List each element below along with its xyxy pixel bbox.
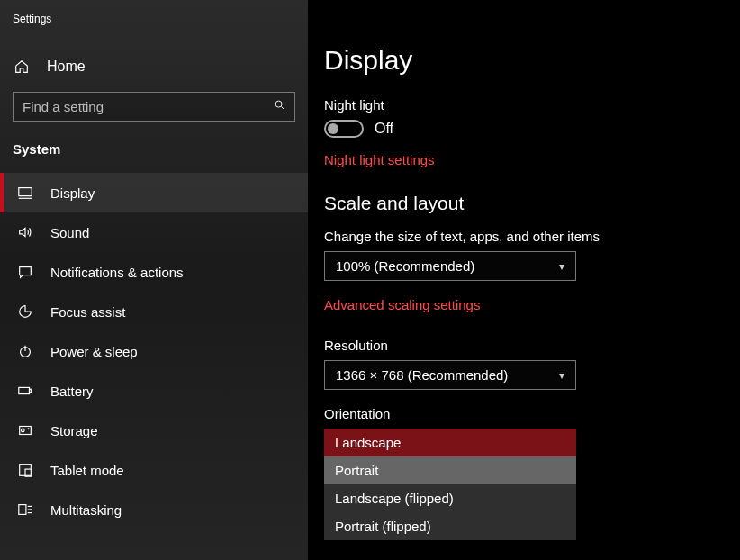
sidebar-item-label: Power & sleep: [50, 344, 138, 359]
svg-rect-7: [19, 387, 30, 393]
focus-assist-icon: [16, 303, 34, 321]
chevron-down-icon: ▾: [559, 369, 564, 382]
svg-line-1: [281, 106, 284, 110]
sidebar-item-notifications[interactable]: Notifications & actions: [0, 252, 308, 292]
sidebar-item-power-sleep[interactable]: Power & sleep: [0, 331, 308, 371]
main-panel: Display Night light Off Night light sett…: [308, 0, 740, 560]
category-label: System: [0, 141, 308, 173]
scale-size-label: Change the size of text, apps, and other…: [324, 229, 740, 244]
resolution-select[interactable]: 1366 × 768 (Recommended) ▾: [324, 360, 576, 390]
sidebar-item-focus-assist[interactable]: Focus assist: [0, 292, 308, 331]
search-icon: [266, 99, 294, 115]
home-icon: [13, 58, 31, 76]
night-light-state: Off: [375, 121, 393, 137]
power-icon: [16, 342, 34, 360]
night-light-toggle[interactable]: [324, 120, 364, 138]
sidebar-item-tablet-mode[interactable]: Tablet mode: [0, 450, 308, 490]
orientation-dropdown[interactable]: Landscape Portrait Landscape (flipped) P…: [324, 429, 576, 540]
chevron-down-icon: ▾: [559, 260, 564, 273]
sidebar-item-storage[interactable]: Storage: [0, 411, 308, 450]
orientation-label: Orientation: [324, 406, 740, 421]
svg-rect-4: [20, 267, 32, 275]
sidebar: Settings Home System Display Sound Notif…: [0, 0, 308, 560]
search-input[interactable]: [14, 99, 266, 114]
svg-point-10: [22, 429, 25, 432]
orientation-option-landscape-flipped[interactable]: Landscape (flipped): [324, 484, 576, 512]
scale-heading: Scale and layout: [324, 193, 740, 214]
svg-rect-2: [19, 188, 32, 196]
storage-icon: [16, 421, 34, 439]
svg-rect-14: [19, 505, 26, 515]
sidebar-item-display[interactable]: Display: [0, 173, 308, 212]
advanced-scaling-link[interactable]: Advanced scaling settings: [324, 297, 480, 312]
sidebar-item-label: Display: [50, 185, 95, 201]
scale-select[interactable]: 100% (Recommended) ▾: [324, 251, 576, 281]
page-title: Display: [324, 45, 740, 76]
display-icon: [16, 184, 34, 202]
scale-value: 100% (Recommended): [336, 258, 474, 274]
search-box[interactable]: [13, 92, 295, 122]
sidebar-item-label: Notifications & actions: [50, 265, 184, 280]
sidebar-item-label: Sound: [50, 225, 89, 240]
night-light-label: Night light: [324, 97, 740, 113]
sound-icon: [16, 223, 34, 241]
home-label: Home: [47, 59, 86, 75]
sidebar-item-battery[interactable]: Battery: [0, 371, 308, 411]
orientation-option-portrait[interactable]: Portrait: [324, 456, 576, 484]
notifications-icon: [16, 263, 34, 281]
svg-point-11: [28, 429, 29, 429]
orientation-option-landscape[interactable]: Landscape: [324, 429, 576, 456]
sidebar-item-label: Focus assist: [50, 304, 125, 320]
resolution-value: 1366 × 768 (Recommended): [336, 367, 508, 383]
sidebar-item-label: Battery: [50, 384, 94, 399]
app-title: Settings: [0, 0, 308, 25]
battery-icon: [16, 382, 34, 400]
night-light-settings-link[interactable]: Night light settings: [324, 152, 435, 167]
sidebar-item-multitasking[interactable]: Multitasking: [0, 490, 308, 529]
sidebar-item-sound[interactable]: Sound: [0, 212, 308, 252]
tablet-icon: [16, 461, 34, 479]
svg-point-0: [275, 101, 282, 107]
resolution-label: Resolution: [324, 338, 740, 353]
sidebar-item-label: Storage: [50, 423, 98, 438]
sidebar-item-label: Multitasking: [50, 502, 122, 518]
orientation-option-portrait-flipped[interactable]: Portrait (flipped): [324, 512, 576, 540]
multitasking-icon: [16, 501, 34, 519]
sidebar-item-label: Tablet mode: [50, 463, 124, 478]
home-button[interactable]: Home: [0, 49, 308, 85]
svg-rect-8: [30, 389, 32, 393]
